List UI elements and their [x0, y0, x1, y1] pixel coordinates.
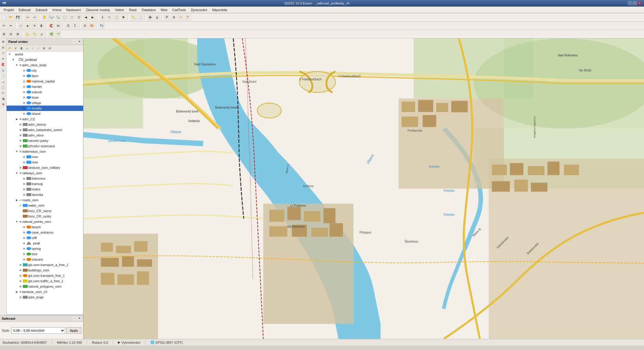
open-project-button[interactable]: 📂 [8, 14, 14, 21]
layer-island[interactable]: ✕ island [7, 111, 83, 116]
menu-databaze[interactable]: Databáze [139, 7, 158, 12]
side-layers-btn[interactable]: ⊞ [1, 39, 6, 44]
layer-adm-cz[interactable]: ▶ ✕ adm_CZ [7, 116, 83, 122]
safecast-minimize-btn[interactable]: – [72, 316, 77, 321]
add-layer-button[interactable]: ➕ [147, 14, 153, 21]
menu-projekt[interactable]: Projekt [1, 7, 16, 12]
layer-tree[interactable]: ✕ tree [7, 251, 83, 257]
layer-beach[interactable]: ✕ beach [7, 224, 83, 230]
layer-gis-transport-a[interactable]: ✕ gis.osm.transport_a_free_1 [7, 262, 83, 268]
move-up-btn[interactable]: ↑ [30, 46, 35, 51]
print-button[interactable]: 🖨 [154, 14, 160, 21]
layer-railways-osm[interactable]: ▼ ✕ railways_osm [7, 170, 83, 176]
cad-btn2[interactable]: 📏 [31, 31, 38, 37]
side-edit2-btn[interactable]: ✏ [1, 56, 6, 61]
digitize-btn1[interactable]: ⊞ [1, 31, 7, 37]
menu-zobrazit[interactable]: Zobrazit [33, 7, 50, 12]
layer-hory-vysky[interactable]: hory_CR_vysky [7, 214, 83, 219]
minimize-button[interactable]: – [628, 1, 632, 5]
measure-area-button[interactable]: ⬜ [137, 14, 143, 21]
side-snapping-btn[interactable]: 🧲 [1, 62, 6, 67]
close-button[interactable]: ✕ [637, 1, 642, 5]
layer-river1[interactable]: ✕ river [7, 154, 83, 160]
remove-layer-btn[interactable]: 🗑 [19, 46, 24, 51]
side-browse-btn[interactable]: 🗂 [1, 45, 6, 50]
menu-zasuvne-moduly[interactable]: Zásuvné moduly [83, 7, 113, 12]
labeling-button[interactable]: A [82, 22, 88, 29]
cad-btn1[interactable]: 📐 [24, 31, 31, 37]
open-layer-btn[interactable]: 📂 [7, 46, 13, 51]
layer-hory-sazvy[interactable]: hory_CR_sazvy [7, 208, 83, 214]
delete-feature-button[interactable]: 🗑 [38, 22, 45, 29]
side-plugin-btn[interactable]: 🔌 [1, 96, 6, 101]
collapse-all-btn[interactable]: ⊟ [47, 46, 53, 51]
zoom-selection-button[interactable]: ⊡ [76, 14, 82, 21]
zoom-next-button[interactable]: ▶ [89, 14, 96, 21]
layer-metro[interactable]: ✕ metro [7, 187, 83, 192]
layer-locality[interactable]: ✕ locality [7, 106, 83, 111]
layer-river2[interactable]: ✕ river [7, 160, 83, 165]
layer-gis-traffic-a[interactable]: ✕ gis.osm.traffic_a_free_1 [7, 278, 83, 284]
add-feature-button[interactable]: ◈ [24, 22, 31, 29]
menu-nastaveni[interactable]: Nastavení [64, 7, 84, 12]
layer-prirodni-rezervace[interactable]: ✕ přírodní rezervace [7, 143, 83, 149]
layer-farm[interactable]: ✕ farm [7, 73, 83, 79]
zoom-layer-button[interactable]: □ [69, 14, 75, 21]
help-button[interactable]: ? [184, 14, 191, 21]
menu-rastr[interactable]: Rastr [127, 7, 139, 12]
layer-national-capital[interactable]: ⊙ national_capital [7, 79, 83, 84]
layer-town[interactable]: ✕ town [7, 95, 83, 100]
layer-spring[interactable]: ✕ spring [7, 246, 83, 251]
layer-suburb[interactable]: ✕ suburb [7, 89, 83, 95]
layer-hamlet[interactable]: ✕ hamlet [7, 84, 83, 89]
attribute-table-button[interactable]: ☰ [65, 22, 71, 29]
style-dropdown[interactable]: 0.08 – 5.00 microSvh 0.05 – 2.00 microSv… [11, 327, 65, 334]
grass-btn1[interactable]: 🌿 [48, 31, 55, 37]
side-query-btn[interactable]: ? [1, 50, 6, 56]
python-button[interactable]: P [164, 14, 170, 21]
menu-zpracovani[interactable]: Zpracování [188, 7, 210, 12]
select-rect-button[interactable]: ⬚ [113, 14, 120, 21]
undo-button[interactable]: ↩ [24, 14, 31, 21]
layer-lanovka[interactable]: ✕ lanovka [7, 192, 83, 197]
layer-waterways-osm[interactable]: ▼ ✕ waterways_osm [7, 149, 83, 154]
layers-minimize-btn[interactable]: – [72, 40, 77, 44]
python-console-button[interactable]: Py [98, 22, 105, 29]
menu-editovat[interactable]: Editovat [16, 7, 33, 12]
select-button[interactable]: ↖ [106, 14, 113, 21]
safecast-close-btn[interactable]: ✕ [77, 316, 81, 321]
side-tile-btn[interactable]: ⬜ [1, 73, 6, 79]
move-feature-button[interactable]: ✛ [31, 22, 38, 29]
apply-button[interactable]: Apply [66, 327, 81, 334]
layers-close-btn[interactable]: ✕ [77, 40, 81, 44]
measure-button[interactable]: 📏 [130, 14, 137, 21]
radiation-button[interactable]: ☢ [177, 14, 184, 21]
layer-landuse-military[interactable]: ✕ landuse_osm_military [7, 165, 83, 170]
layer-adm-kraje[interactable]: ✕ adm_kraje [7, 295, 83, 300]
menu-napoveda[interactable]: Nápověda [210, 7, 230, 12]
move-down-btn[interactable]: ↓ [36, 46, 41, 51]
add-vector-btn[interactable]: V [13, 46, 18, 51]
menu-vrstva[interactable]: Vrstva [50, 7, 64, 12]
grass-btn2[interactable]: 🌱 [55, 31, 62, 37]
style-manager-button[interactable]: 🎨 [89, 22, 95, 29]
pan-button[interactable]: ✋ [41, 14, 48, 21]
edit-pencil-button[interactable]: ✒ [8, 22, 14, 29]
plugins-button[interactable]: ⚙ [170, 14, 177, 21]
layer-tramvaj[interactable]: ✕ tramvaj [7, 181, 83, 187]
layer-peak[interactable]: ✕ peak [7, 241, 83, 246]
node-tool-button[interactable]: ⊹ [17, 22, 24, 29]
topology-button[interactable]: ⋈ [55, 22, 62, 29]
side-undo2-btn[interactable]: ↩ [1, 90, 6, 96]
layer-adm-obce[interactable]: ✕ adm_obce [7, 133, 83, 138]
field-calculator-button[interactable]: Σ [72, 22, 78, 29]
layer-world[interactable]: ▼ world [7, 52, 83, 57]
menu-cadtools[interactable]: CadTools [170, 7, 188, 12]
layer-landuse-v3[interactable]: ▶ ✕ landuse_osm_v3 [7, 289, 83, 295]
digitize-btn3[interactable]: ⊠ [14, 31, 21, 37]
layer-cave-entrance[interactable]: ✕ cave_entrance [7, 230, 83, 235]
side-log-btn[interactable]: 📋 [1, 85, 6, 90]
expand-all-btn[interactable]: ⊞ [41, 46, 47, 51]
side-stat-btn[interactable]: 📊 [1, 79, 6, 84]
filter-btn[interactable]: ⏚ [24, 46, 30, 51]
